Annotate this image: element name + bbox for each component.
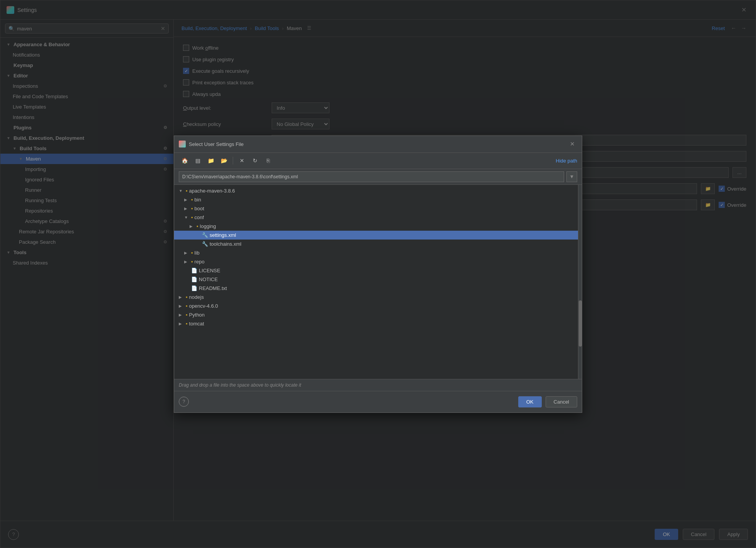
tree-item-label: boot	[195, 206, 204, 211]
tree-item-repo[interactable]: ▶ ▪ repo	[174, 257, 578, 266]
folder-icon: ▪	[186, 321, 188, 327]
tree-item-label: settings.xml	[210, 232, 236, 238]
text-file-icon: 📄	[191, 277, 197, 282]
folder-icon: ▪	[186, 188, 188, 194]
dialog-cancel-button[interactable]: Cancel	[546, 396, 577, 407]
select-file-dialog: Select User Settings File ✕ 🏠 ▤ 📁 📂 ✕ ↻ …	[174, 136, 582, 413]
folder-icon: ▪	[191, 206, 193, 211]
dialog-ok-button[interactable]: OK	[518, 396, 542, 407]
tree-item-label: nodejs	[189, 294, 204, 300]
dialog-toolbar: 🏠 ▤ 📁 📂 ✕ ↻ ⎘ Hide path	[174, 153, 582, 169]
dialog-icon	[179, 141, 186, 147]
tree-item-label: lib	[195, 250, 200, 256]
tree-item-license[interactable]: 📄 LICENSE	[174, 266, 578, 275]
file-tree-container: ▼ ▪ apache-maven-3.8.6 ▶ ▪ bin ▶ ▪ boot …	[174, 185, 582, 379]
tree-item-lib[interactable]: ▶ ▪ lib	[174, 248, 578, 257]
tree-item-logging[interactable]: ▶ ▪ logging	[174, 222, 578, 231]
tree-item-label: apache-maven-3.8.6	[189, 188, 235, 194]
tree-item-opencv[interactable]: ▶ ▪ opencv-4.6.0	[174, 302, 578, 310]
toolbar-new-folder-button[interactable]: 📂	[218, 155, 230, 166]
toolbar-copy-button[interactable]: ⎘	[262, 155, 274, 166]
toolbar-separator	[233, 157, 233, 164]
dialog-path-bar: ▼	[174, 169, 582, 185]
tree-item-label: repo	[195, 259, 205, 265]
toolbar-home-button[interactable]: 🏠	[179, 155, 190, 166]
dialog-path-dropdown[interactable]: ▼	[566, 171, 577, 182]
dialog-overlay: Select User Settings File ✕ 🏠 ▤ 📁 📂 ✕ ↻ …	[0, 0, 756, 548]
tree-item-label: toolchains.xml	[210, 241, 241, 247]
tree-expand-icon: ▶	[179, 313, 184, 317]
toolbar-delete-button[interactable]: ✕	[236, 155, 248, 166]
folder-icon: ▪	[191, 215, 193, 220]
toolbar-list-button[interactable]: ▤	[192, 155, 203, 166]
tree-item-label: Python	[189, 312, 205, 318]
folder-icon: ▪	[191, 259, 193, 265]
tree-expand-icon: ▶	[179, 304, 184, 308]
dialog-title: Select User Settings File	[189, 141, 564, 147]
tree-expand-icon: ▶	[190, 224, 195, 228]
scrollbar-track[interactable]	[578, 185, 582, 379]
tree-item-readme[interactable]: 📄 README.txt	[174, 284, 578, 293]
tree-expand-icon: ▼	[179, 189, 184, 193]
text-file-icon: 📄	[191, 268, 197, 273]
tree-item-python[interactable]: ▶ ▪ Python	[174, 310, 578, 319]
folder-icon: ▪	[191, 197, 193, 203]
tree-item-apache-maven[interactable]: ▼ ▪ apache-maven-3.8.6	[174, 186, 578, 195]
tree-item-label: logging	[200, 223, 216, 229]
xml-file-icon: 🔧	[202, 232, 208, 238]
tree-item-label: conf	[195, 215, 204, 220]
folder-icon: ▪	[197, 223, 198, 229]
scrollbar-thumb[interactable]	[579, 300, 582, 347]
dialog-path-input[interactable]	[179, 171, 564, 182]
hide-path-button[interactable]: Hide path	[556, 158, 577, 164]
tree-item-label: tomcat	[189, 321, 204, 327]
tree-item-bin[interactable]: ▶ ▪ bin	[174, 195, 578, 204]
tree-item-tomcat[interactable]: ▶ ▪ tomcat	[174, 319, 578, 328]
folder-icon: ▪	[191, 250, 193, 256]
text-file-icon: 📄	[191, 285, 197, 291]
toolbar-refresh-button[interactable]: ↻	[249, 155, 261, 166]
tree-item-notice[interactable]: 📄 NOTICE	[174, 275, 578, 284]
folder-icon: ▪	[186, 312, 188, 318]
toolbar-folder-up-button[interactable]: 📁	[205, 155, 217, 166]
dialog-file-tree: ▼ ▪ apache-maven-3.8.6 ▶ ▪ bin ▶ ▪ boot …	[174, 185, 578, 379]
tree-expand-icon: ▶	[184, 260, 190, 264]
xml-file-icon: 🔧	[202, 241, 208, 247]
dialog-hint: Drag and drop a file into the space abov…	[174, 379, 582, 391]
tree-item-label: bin	[195, 197, 201, 203]
tree-item-label: README.txt	[199, 285, 227, 291]
tree-expand-icon: ▼	[184, 215, 190, 220]
tree-item-label: LICENSE	[199, 268, 220, 273]
folder-icon: ▪	[186, 303, 188, 309]
tree-expand-icon: ▶	[184, 251, 190, 255]
tree-item-boot[interactable]: ▶ ▪ boot	[174, 204, 578, 213]
dialog-help-button[interactable]: ?	[179, 397, 189, 407]
tree-expand-icon: ▶	[184, 206, 190, 211]
tree-expand-icon: ▶	[184, 198, 190, 202]
tree-expand-icon: ▶	[179, 322, 184, 326]
tree-item-label: opencv-4.6.0	[189, 303, 218, 309]
folder-icon: ▪	[186, 294, 188, 300]
dialog-close-button[interactable]: ✕	[568, 140, 577, 148]
tree-item-conf[interactable]: ▼ ▪ conf	[174, 213, 578, 222]
tree-item-label: NOTICE	[199, 277, 218, 282]
tree-item-settings-xml[interactable]: 🔧 settings.xml	[174, 231, 578, 240]
tree-item-toolchains-xml[interactable]: 🔧 toolchains.xml	[174, 240, 578, 248]
dialog-title-bar: Select User Settings File ✕	[174, 136, 582, 153]
tree-expand-icon: ▶	[179, 295, 184, 299]
tree-item-nodejs[interactable]: ▶ ▪ nodejs	[174, 293, 578, 302]
dialog-bottom: ? OK Cancel	[174, 391, 582, 412]
